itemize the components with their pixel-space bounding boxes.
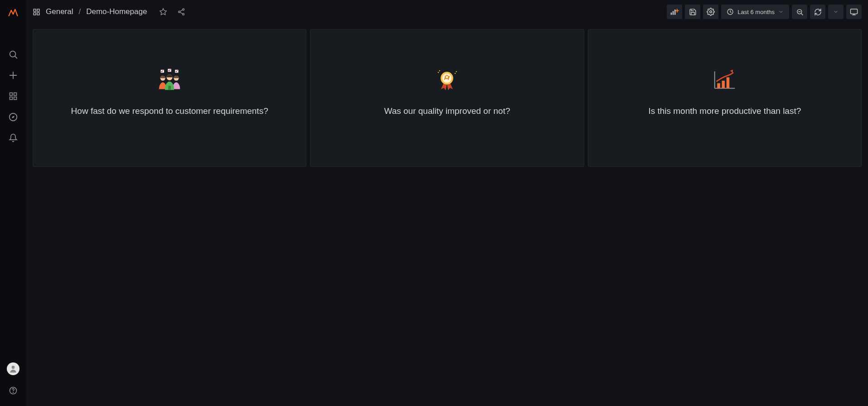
dashboard-grid-icon xyxy=(33,8,40,16)
svg-point-10 xyxy=(11,366,15,369)
svg-rect-14 xyxy=(37,9,39,11)
panel-customer-response[interactable]: How fast do we respond to customer requi… xyxy=(33,29,306,167)
sidebar xyxy=(0,0,26,406)
panel-title: How fast do we respond to customer requi… xyxy=(71,105,268,117)
time-range-label: Last 6 months xyxy=(737,9,775,15)
time-range-picker[interactable]: Last 6 months xyxy=(721,5,789,19)
svg-rect-47 xyxy=(717,83,720,88)
svg-rect-49 xyxy=(727,77,730,88)
svg-rect-42 xyxy=(168,86,171,90)
svg-marker-50 xyxy=(730,69,734,73)
alerting-button[interactable] xyxy=(4,129,22,147)
refresh-button[interactable] xyxy=(810,5,825,19)
svg-rect-4 xyxy=(10,93,12,96)
dashboards-button[interactable] xyxy=(4,87,22,105)
panel-title: Was our quality improved or not? xyxy=(384,105,510,117)
save-button[interactable] xyxy=(685,5,700,19)
app-logo[interactable] xyxy=(7,6,19,18)
svg-point-28 xyxy=(710,11,712,13)
dashboard-content: How fast do we respond to customer requi… xyxy=(26,24,868,406)
svg-rect-5 xyxy=(14,93,16,96)
zoom-out-button[interactable] xyxy=(792,5,807,19)
share-button[interactable] xyxy=(174,5,189,19)
svg-line-31 xyxy=(801,13,802,15)
toolbar-right: Last 6 months xyxy=(667,5,862,19)
svg-line-22 xyxy=(180,12,183,14)
panel-title: Is this month more productive than last? xyxy=(648,105,801,117)
favorite-button[interactable] xyxy=(156,5,170,19)
svg-marker-9 xyxy=(12,116,15,118)
svg-rect-6 xyxy=(10,97,12,100)
page-title[interactable]: Demo-Homepage xyxy=(86,7,147,16)
create-button[interactable] xyxy=(4,66,22,84)
chevron-down-icon xyxy=(778,9,784,15)
main-area: General / Demo-Homepage xyxy=(26,0,868,406)
chevron-down-icon xyxy=(833,9,839,15)
svg-rect-33 xyxy=(851,9,858,14)
breadcrumb-folder[interactable]: General xyxy=(46,7,73,16)
breadcrumb: General / Demo-Homepage xyxy=(33,7,147,16)
svg-rect-24 xyxy=(673,11,674,15)
svg-rect-16 xyxy=(37,12,39,15)
svg-rect-13 xyxy=(34,9,36,11)
svg-point-12 xyxy=(13,392,13,393)
top-bar: General / Demo-Homepage xyxy=(26,0,868,24)
user-avatar[interactable] xyxy=(7,362,19,375)
growth-chart-icon xyxy=(713,68,737,91)
svg-rect-25 xyxy=(674,10,676,15)
panel-productivity[interactable]: Is this month more productive than last? xyxy=(588,29,862,167)
svg-line-21 xyxy=(180,10,183,11)
svg-rect-48 xyxy=(722,81,725,88)
refresh-interval-button[interactable] xyxy=(828,5,844,19)
search-button[interactable] xyxy=(4,45,22,64)
help-button[interactable] xyxy=(4,382,22,400)
add-panel-button[interactable] xyxy=(667,5,682,19)
view-mode-button[interactable] xyxy=(846,5,862,19)
breadcrumb-separator: / xyxy=(78,7,81,16)
svg-rect-23 xyxy=(671,13,672,15)
settings-button[interactable] xyxy=(703,5,718,19)
svg-line-1 xyxy=(15,56,17,58)
explore-button[interactable] xyxy=(4,108,22,126)
team-icon xyxy=(158,68,181,91)
svg-marker-17 xyxy=(160,9,167,15)
svg-rect-15 xyxy=(34,12,36,15)
svg-rect-7 xyxy=(14,97,16,100)
panel-quality[interactable]: Was our quality improved or not? xyxy=(310,29,584,167)
badge-icon xyxy=(435,68,459,91)
clock-icon xyxy=(727,8,734,15)
